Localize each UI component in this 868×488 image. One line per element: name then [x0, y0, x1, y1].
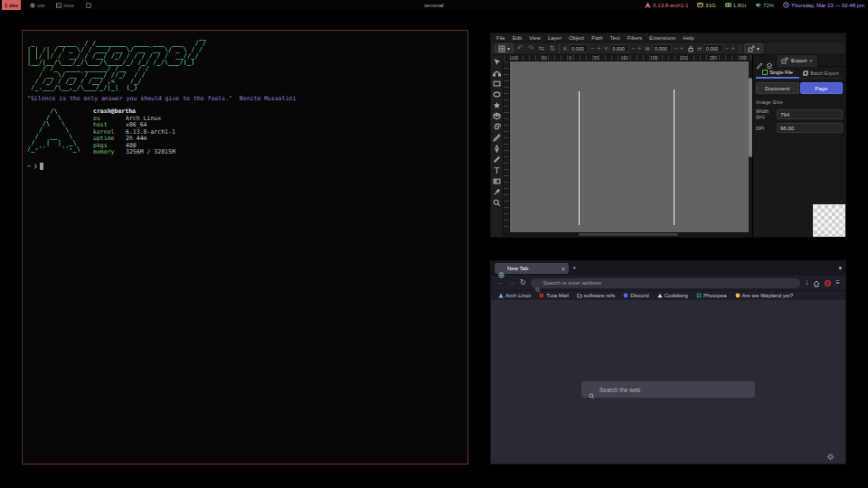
address-bar[interactable]: Search or enter address — [531, 278, 801, 288]
stepper-plus[interactable]: + — [637, 44, 642, 52]
lock-icon[interactable] — [687, 45, 694, 52]
grid-mode-icon — [498, 45, 505, 52]
menu-extensions[interactable]: Extensions — [649, 35, 675, 41]
search-icon — [589, 387, 595, 393]
menu-help[interactable]: Help — [683, 35, 693, 41]
single-file-label: Single File — [769, 70, 793, 75]
tab-batch-export[interactable]: Batch Export — [799, 68, 843, 79]
menu-layer[interactable]: Layer — [548, 35, 561, 41]
star-tool[interactable] — [493, 101, 501, 109]
text-tool[interactable] — [493, 166, 501, 174]
workspace-2[interactable]: ust — [27, 0, 47, 10]
selector-tool[interactable] — [493, 58, 501, 66]
transform-button-1[interactable]: ↷ — [528, 43, 534, 53]
horizontal-scrollbar[interactable] — [504, 232, 752, 237]
bookmark-codeberg[interactable]: Codeberg — [657, 293, 688, 298]
stepper-minus[interactable]: − — [724, 44, 730, 52]
stepper-minus[interactable]: − — [590, 44, 595, 52]
bookmark-arch-linux[interactable]: Arch Linux — [498, 293, 531, 298]
bookmark-tuta-mail[interactable]: Tuta Mail — [539, 293, 568, 298]
node-tool[interactable] — [493, 69, 501, 77]
pencil-panel-icon[interactable] — [756, 57, 763, 64]
forward-button[interactable]: → — [508, 277, 515, 289]
dropper-tool[interactable] — [493, 188, 501, 196]
gradient-tool[interactable] — [493, 177, 501, 185]
field-value[interactable]: 0.000 — [652, 44, 672, 52]
document-button[interactable]: Document — [756, 82, 799, 94]
layers-panel-icon[interactable] — [766, 57, 773, 64]
width-row: Width (px) 794 — [756, 108, 843, 119]
menu-file[interactable]: File — [496, 35, 505, 41]
selection-mode-dropdown[interactable]: ▾ — [495, 43, 514, 53]
pen-tool[interactable] — [493, 145, 501, 153]
close-icon[interactable]: × — [809, 58, 813, 63]
vertical-ruler[interactable] — [504, 61, 510, 232]
drawn-line-right[interactable] — [674, 89, 675, 225]
drawn-line-left[interactable] — [579, 91, 580, 225]
field-value[interactable]: 0.000 — [569, 44, 589, 52]
page-button[interactable]: Page — [800, 82, 844, 94]
menu-filters[interactable]: Filters — [627, 35, 642, 41]
width-input[interactable]: 794 — [777, 109, 843, 119]
inkscape-window[interactable]: FileEditViewLayerObjectPathTextFiltersEx… — [490, 33, 846, 238]
shell-prompt[interactable]: ~ ❯ — [27, 163, 463, 170]
status-modules: 6.13.8-arch1-1·31G·1.8Gi·72%·Thursday, M… — [645, 2, 868, 8]
scrollbar-thumb[interactable] — [579, 233, 678, 236]
scale-options-dropdown[interactable]: ▾ — [744, 43, 763, 53]
home-button[interactable] — [813, 279, 820, 286]
globe-favicon-icon — [498, 266, 505, 272]
stepper-minus[interactable]: − — [630, 44, 636, 52]
ellipse-tool[interactable] — [493, 90, 501, 99]
menu-object[interactable]: Object — [569, 35, 584, 41]
drawing-canvas[interactable] — [510, 61, 749, 232]
menu-text[interactable]: Text — [610, 35, 620, 41]
bookmark-software-refs[interactable]: software refs — [577, 293, 615, 298]
transform-button-2[interactable]: ⇆ — [538, 43, 544, 53]
browser-window[interactable]: New Tab × + ▾ ← → ↻ Search or enter addr… — [490, 260, 846, 465]
tab-single-file[interactable]: Single File — [756, 68, 799, 79]
rect-tool[interactable] — [493, 80, 501, 88]
field-value[interactable]: 0.000 — [609, 44, 629, 52]
stepper-plus[interactable]: + — [596, 44, 601, 52]
bookmark-are-we-wayland-yet-[interactable]: Are we Wayland yet? — [735, 293, 793, 298]
web-search-box[interactable]: Search the web — [581, 381, 755, 398]
menu-path[interactable]: Path — [591, 35, 602, 41]
box3d-tool[interactable] — [493, 112, 501, 120]
tab-new-tab[interactable]: New Tab × — [495, 263, 569, 274]
workspace-3[interactable]: mux — [53, 0, 76, 10]
gear-icon[interactable] — [826, 448, 835, 456]
field-value[interactable]: 0.000 — [703, 44, 723, 52]
terminal-window[interactable]: __ _ _____ / /________ ____ ___ ___ / / … — [22, 30, 468, 465]
ruler-tick-label: 0 — [569, 55, 571, 61]
menu-button[interactable]: ≡ — [835, 277, 840, 289]
export-tab[interactable]: Export × — [776, 55, 818, 67]
workspace-label: ust — [37, 3, 44, 8]
menu-edit[interactable]: Edit — [513, 35, 522, 41]
spiral-tool[interactable] — [493, 123, 501, 131]
horizontal-ruler[interactable]: -100-50050100150200250300 — [504, 55, 752, 61]
transform-button-3[interactable]: ⇅ — [549, 43, 555, 53]
bookmark-discord[interactable]: Discord — [623, 293, 648, 298]
pencil-tool[interactable] — [493, 134, 501, 142]
reload-button[interactable]: ↻ — [520, 277, 526, 289]
back-button[interactable]: ← — [496, 277, 504, 289]
workspace-4[interactable] — [83, 0, 94, 10]
close-tab-icon[interactable]: × — [561, 266, 565, 272]
bookmark-photopea[interactable]: Photopea — [696, 293, 727, 298]
downloads-button[interactable]: ↓ — [805, 277, 808, 289]
field-label: W: — [645, 46, 651, 52]
zoom-tool[interactable] — [493, 199, 501, 207]
stepper-minus[interactable]: − — [673, 44, 678, 52]
workspace-label: mux — [63, 3, 73, 8]
new-tab-button[interactable]: + — [572, 263, 577, 274]
calligraphy-tool[interactable] — [493, 155, 501, 164]
extension-icon[interactable] — [825, 280, 831, 286]
transform-button-0[interactable]: ↶ — [517, 43, 524, 53]
prompt-path: ~ — [27, 163, 31, 170]
stepper-plus[interactable]: + — [731, 44, 736, 52]
workspace-1[interactable]: 1 dev — [2, 0, 21, 10]
list-tabs-chevron-icon[interactable]: ▾ — [838, 265, 842, 272]
menu-view[interactable]: View — [529, 35, 541, 41]
dpi-input[interactable]: 96.00 — [777, 123, 843, 133]
stepper-plus[interactable]: + — [679, 44, 684, 52]
